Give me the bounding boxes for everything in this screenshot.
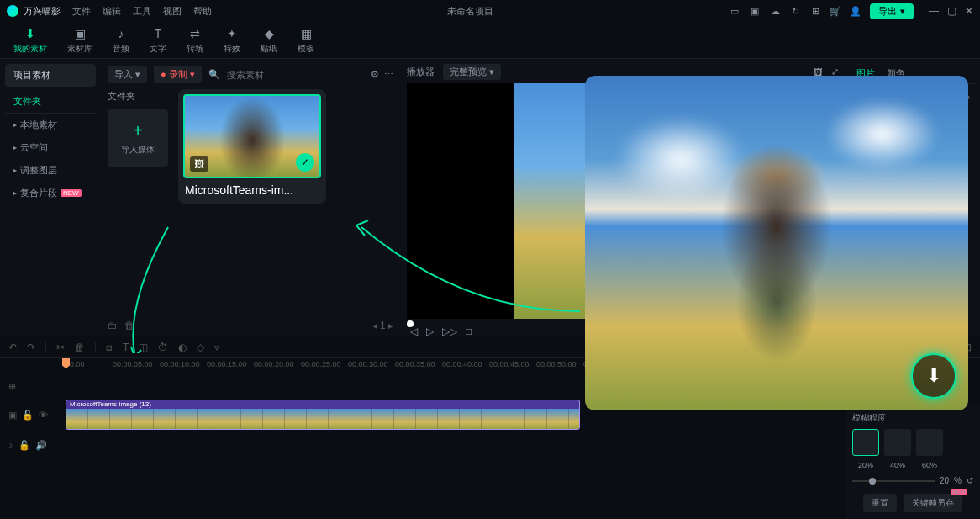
download-button[interactable]: ⬇ (911, 353, 956, 399)
tab-templates[interactable]: ▦模板 (292, 24, 319, 56)
new-badge: NEW (61, 189, 82, 197)
box-icon: ▣ (72, 26, 87, 41)
trash-icon[interactable]: 🗑 (124, 320, 134, 331)
cart-icon[interactable]: 🛒 (830, 5, 841, 17)
reset-button[interactable]: 重置 (863, 494, 897, 512)
transition-icon: ⇄ (187, 26, 203, 41)
crop-icon[interactable]: ◫ (139, 342, 148, 353)
audio-track: ♪ 🔓 🔊 (0, 436, 980, 454)
menu-tools[interactable]: 工具 (133, 5, 151, 18)
user-icon[interactable]: 👤 (850, 5, 861, 17)
media-thumb-name: MicrosoftTeams-im... (183, 178, 321, 199)
image-type-icon: 🖼 (190, 156, 208, 172)
close-button[interactable]: ✕ (965, 5, 973, 17)
sidebar-item-compound[interactable]: 复合片段NEW (5, 182, 96, 204)
menu-edit[interactable]: 编辑 (103, 5, 121, 18)
cloud-icon[interactable]: ☁ (769, 5, 781, 17)
sidebar-section: 文件夹 (5, 90, 96, 114)
sticker-icon: ◆ (261, 26, 277, 41)
clip-label: MicrosoftTeams-image (13) (66, 400, 579, 409)
menu-file[interactable]: 文件 (72, 5, 91, 18)
media-thumb-tooltip: 🖼 ✓ MicrosoftTeams-im... (178, 89, 326, 204)
eye-icon[interactable]: 👁 (39, 410, 48, 420)
top-tabs: ⬇我的素材 ▣素材库 ♪音频 T文字 ⇄转场 ✦特效 ◆贴纸 ▦模板 (0, 22, 980, 59)
menu-bar: 文件 编辑 工具 视图 帮助 (72, 5, 212, 18)
player-label: 播放器 (407, 66, 435, 78)
blur-label: 模糊程度 (852, 412, 973, 424)
color-icon[interactable]: ◐ (178, 342, 187, 353)
cut-icon[interactable]: ✂ (56, 342, 65, 353)
minimize-button[interactable]: — (929, 5, 939, 17)
filter-icon[interactable]: ⚙ (371, 69, 379, 80)
blur-slider[interactable]: 20 % ↺ (852, 476, 973, 485)
blur-props: 模糊程度 20% 40% 60% 20 % ↺ 重置 关键帧另存 NEW (846, 405, 980, 519)
tab-audio[interactable]: ♪音频 (108, 24, 134, 56)
menu-help[interactable]: 帮助 (193, 5, 212, 18)
blur-preset-3[interactable] (916, 429, 943, 456)
search-input[interactable] (227, 70, 364, 80)
play-button[interactable]: ▷ (426, 326, 434, 337)
blur-preset-1[interactable] (852, 429, 879, 456)
sidebar-item-cloud[interactable]: 云空间 (5, 136, 96, 159)
import-button[interactable]: 导入 ▾ (108, 66, 147, 83)
speed-icon[interactable]: ⏱ (158, 342, 168, 353)
overlay-preview-image: ⬇ (585, 76, 968, 410)
layout-icon[interactable]: ▭ (729, 5, 740, 17)
marker-icon[interactable]: ▿ (214, 342, 219, 353)
delete-icon[interactable]: 🗑 (75, 342, 85, 353)
split-icon[interactable]: ⧈ (106, 342, 113, 353)
prev-frame-button[interactable]: ◁ (410, 326, 418, 337)
menu-view[interactable]: 视图 (163, 5, 182, 18)
app-logo-icon (7, 5, 18, 17)
save-icon[interactable]: ▣ (749, 5, 761, 17)
audio-track-icon: ♪ (8, 440, 13, 450)
preview-ratio-select[interactable]: 完整预览 ▾ (443, 64, 501, 80)
reset-value-icon[interactable]: ↺ (967, 476, 973, 485)
stop-button[interactable]: □ (466, 326, 472, 337)
undo-icon[interactable]: ↶ (8, 342, 17, 353)
tab-stock[interactable]: ▣素材库 (62, 24, 97, 56)
tab-my-media[interactable]: ⬇我的素材 (8, 24, 52, 56)
import-tile[interactable]: + 导入媒体 (108, 109, 168, 167)
project-title: 未命名项目 (212, 5, 729, 18)
redo-icon[interactable]: ↷ (27, 342, 35, 353)
tab-stickers[interactable]: ◆贴纸 (256, 24, 282, 56)
new-folder-icon[interactable]: 🗀 (108, 320, 118, 331)
tab-transition[interactable]: ⇄转场 (182, 24, 208, 56)
next-frame-button[interactable]: ▷▷ (442, 326, 457, 337)
media-panel: 导入 ▾ ● 录制 ▾ 🔍 ⚙ ⋯ 文件夹 + 导入媒体 🖼 ✓ Microso… (101, 59, 400, 336)
sidebar-item-adjust[interactable]: 调整图层 (5, 159, 96, 182)
maximize-button[interactable]: ▢ (947, 5, 956, 17)
pager-icon[interactable]: ◂ 1 ▸ (372, 320, 393, 331)
plus-icon: + (133, 121, 143, 140)
music-icon: ♪ (113, 26, 129, 41)
more-icon[interactable]: ⋯ (384, 69, 393, 80)
template-icon: ▦ (298, 26, 313, 41)
record-button[interactable]: ● 录制 ▾ (154, 66, 202, 83)
search-icon: 🔍 (208, 69, 220, 80)
media-thumb[interactable]: 🖼 ✓ (183, 94, 321, 178)
add-track-icon[interactable]: ⊕ (8, 381, 16, 392)
lock-icon[interactable]: 🔓 (22, 410, 34, 421)
keyframe-icon[interactable]: ◇ (197, 342, 204, 353)
download-icon: ⬇ (23, 26, 38, 41)
history-icon[interactable]: ↻ (789, 5, 801, 17)
text-icon: T (150, 26, 166, 41)
blur-preset-2[interactable] (884, 429, 911, 456)
sparkle-icon: ✦ (224, 26, 240, 41)
text-tool-icon[interactable]: T (123, 342, 129, 353)
title-bar: 万兴喵影 文件 编辑 工具 视图 帮助 未命名项目 ▭ ▣ ☁ ↻ ⊞ 🛒 👤 … (0, 0, 980, 22)
export-button[interactable]: 导出▾ (870, 3, 914, 19)
sidebar-item-local[interactable]: 本地素材 (5, 114, 96, 136)
media-sidebar: 项目素材 文件夹 本地素材 云空间 调整图层 复合片段NEW (0, 59, 101, 336)
tab-effects[interactable]: ✦特效 (219, 24, 245, 56)
keyframe-save-button[interactable]: 关键帧另存 NEW (904, 494, 962, 512)
mute-icon[interactable]: 🔊 (35, 440, 47, 451)
timeline-clip[interactable]: MicrosoftTeams-image (13) (66, 400, 580, 430)
check-icon: ✓ (296, 153, 314, 172)
grid-icon[interactable]: ⊞ (809, 5, 821, 17)
lock-icon[interactable]: 🔓 (18, 440, 30, 451)
sidebar-header[interactable]: 项目素材 (5, 64, 96, 87)
new-badge: NEW (951, 489, 967, 495)
tab-text[interactable]: T文字 (145, 24, 171, 56)
